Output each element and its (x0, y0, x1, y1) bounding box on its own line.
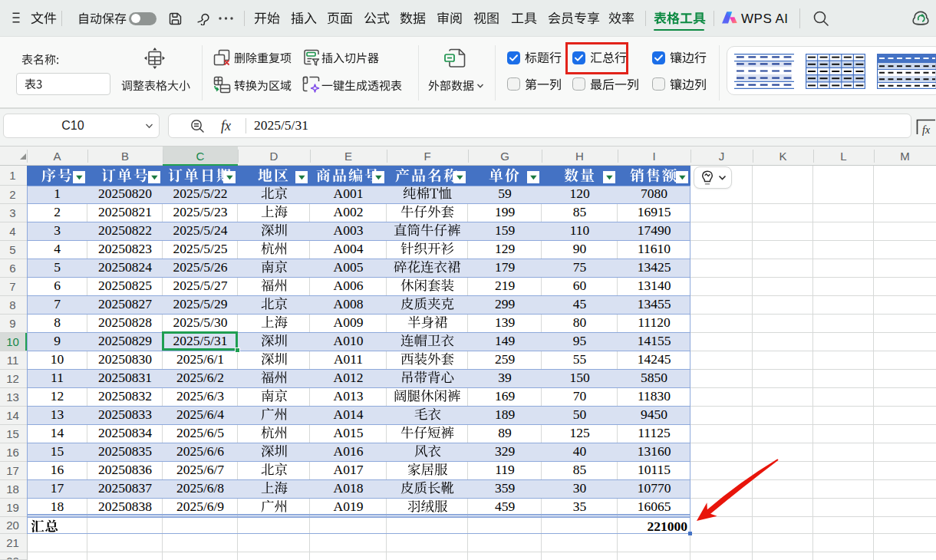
svg-text:fx: fx (922, 124, 931, 136)
